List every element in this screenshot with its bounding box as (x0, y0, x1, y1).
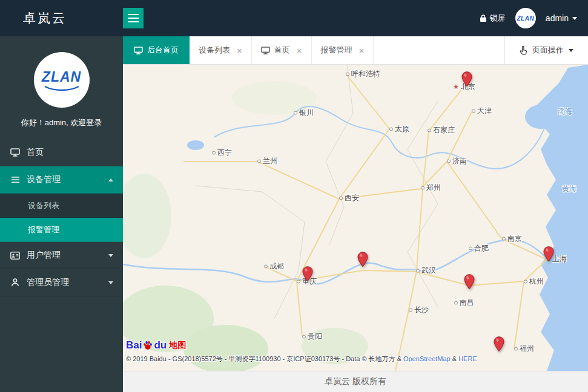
map-city-label: 福州 (514, 344, 534, 354)
brand-title: 卓岚云 (23, 10, 67, 27)
sidebar-item-admin-management[interactable]: 管理员管理 (0, 269, 123, 296)
map-city-label: 长沙 (409, 305, 429, 315)
tab-home[interactable]: 首页 × (252, 36, 312, 64)
map-city-label: 南昌 (454, 298, 474, 308)
chevron-up-icon (108, 178, 113, 181)
map-city-label: 西宁 (212, 148, 232, 158)
sidebar-item-home[interactable]: 首页 (0, 139, 123, 166)
top-header: 卓岚云 锁屏 ZLAN admin (0, 0, 588, 36)
alarm-marker-pin[interactable] (302, 266, 313, 282)
sidebar-toggle-button[interactable] (123, 8, 144, 28)
tab-label: 报警管理 (321, 45, 352, 56)
tab-bar: 后台首页 设备列表 × 首页 × 报警管理 × 页面操作 (123, 36, 588, 65)
map-city-label: 太原 (389, 124, 409, 134)
user-dropdown[interactable]: admin (546, 13, 577, 23)
user-name: admin (546, 13, 569, 23)
map-canvas[interactable]: 呼和浩特★北京天津渤海银川太原石家庄西宁兰州济南郑州黄海西安南京合肥上海成都武汉… (123, 65, 588, 371)
welcome-text: 你好！admin, 欢迎登录 (0, 117, 123, 128)
sidebar-item-label: 首页 (27, 147, 44, 158)
alarm-marker-pin[interactable] (464, 274, 475, 290)
sidebar-item-device-management[interactable]: 设备管理 (0, 166, 123, 194)
openstreetmap-link[interactable]: OpenStreetMap (403, 355, 451, 362)
sidebar: ZLAN 你好！admin, 欢迎登录 首页 设备管理 设备列表 (0, 36, 123, 392)
page-operations-label: 页面操作 (532, 45, 564, 56)
menu-lines-icon (10, 176, 21, 183)
monitor-icon (134, 47, 143, 54)
map-city-label: 郑州 (421, 183, 441, 193)
map-city-label: 合肥 (469, 243, 489, 253)
lock-icon (480, 14, 487, 22)
map-city-label: 银川 (294, 108, 314, 118)
logo-swoosh (44, 85, 80, 91)
sidebar-item-alarm-management[interactable]: 报警管理 (0, 218, 123, 242)
map-sea-label: 黄海 (562, 184, 576, 194)
map-city-label: 杭州 (524, 276, 544, 287)
chevron-down-icon (572, 17, 577, 20)
sidebar-nav: 首页 设备管理 设备列表 报警管理 用户管理 (0, 139, 123, 296)
tab-label: 首页 (274, 45, 290, 56)
tab-label: 后台首页 (147, 45, 179, 56)
sidebar-zlan-logo: ZLAN (34, 52, 90, 108)
map-city-label: 成都 (264, 261, 284, 272)
map-city-label: 贵阳 (302, 332, 322, 342)
sidebar-item-label: 用户管理 (27, 250, 61, 261)
map-attribution: © 2019 Baidu - GS(2018)5572号 - 甲测资字11009… (126, 354, 477, 364)
alarm-marker-pin[interactable] (494, 336, 504, 352)
id-card-icon (10, 252, 21, 260)
sidebar-item-label: 设备管理 (27, 174, 61, 185)
sidebar-item-label: 报警管理 (28, 224, 59, 235)
chevron-down-icon (108, 254, 113, 257)
main-content: 后台首页 设备列表 × 首页 × 报警管理 × 页面操作 (123, 36, 588, 392)
monitor-icon (10, 148, 21, 157)
alarm-marker-pin[interactable] (357, 252, 368, 267)
sidebar-item-label: 管理员管理 (27, 277, 69, 288)
chevron-down-icon (569, 49, 573, 52)
lock-screen-button[interactable]: 锁屏 (480, 13, 506, 24)
close-icon[interactable]: × (297, 46, 302, 55)
sidebar-item-device-list[interactable]: 设备列表 (0, 194, 123, 218)
header-zlan-logo: ZLAN (515, 8, 536, 28)
close-icon[interactable]: × (237, 46, 242, 55)
map-city-label: 天津 (472, 106, 492, 116)
tab-device-list[interactable]: 设备列表 × (190, 36, 252, 64)
copyright-text: 卓岚云 版权所有 (325, 376, 386, 387)
person-icon (10, 278, 21, 287)
alarm-marker-pin[interactable] (543, 246, 554, 262)
chevron-down-icon (108, 281, 113, 284)
tab-dashboard[interactable]: 后台首页 (123, 36, 190, 64)
app-window: 卓岚云 锁屏 ZLAN admin ZLAN 你好！admin, 欢迎登录 (0, 0, 588, 392)
map-sea-label: 渤海 (558, 106, 572, 117)
page-footer: 卓岚云 版权所有 (123, 371, 588, 392)
map-city-label: 兰州 (257, 156, 277, 166)
map-city-label: 石家庄 (428, 125, 455, 136)
map-city-label: 呼和浩特 (346, 69, 380, 79)
sidebar-item-label: 设备列表 (28, 200, 59, 211)
alarm-marker-pin[interactable] (461, 71, 472, 87)
here-link[interactable]: HERE (458, 355, 477, 362)
baidu-paw-icon (143, 341, 153, 350)
map-city-label: 武汉 (416, 266, 436, 276)
close-icon[interactable]: × (359, 46, 365, 55)
hand-pointer-icon (520, 46, 527, 55)
monitor-icon (261, 47, 270, 54)
map-city-label: 南京 (502, 234, 522, 244)
tab-alarm-management[interactable]: 报警管理 × (312, 36, 374, 64)
sidebar-item-user-management[interactable]: 用户管理 (0, 242, 123, 269)
page-operations-button[interactable]: 页面操作 (504, 36, 588, 64)
header-right-cluster: 锁屏 ZLAN admin (480, 8, 577, 28)
map-city-label: 济南 (447, 156, 467, 166)
lock-screen-label: 锁屏 (490, 13, 506, 24)
baidu-map-logo: Bai du 地图 (126, 339, 186, 351)
map-decoration (123, 65, 588, 371)
tab-label: 设备列表 (199, 45, 230, 56)
map-city-label: 西安 (339, 193, 359, 203)
